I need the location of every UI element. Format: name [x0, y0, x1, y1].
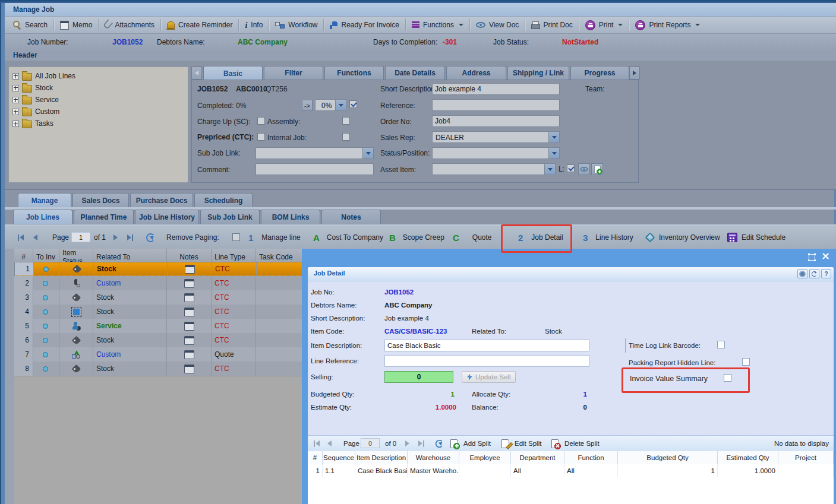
- split-first-page-button[interactable]: [314, 436, 320, 451]
- col-employee[interactable]: Employee: [459, 451, 511, 464]
- help-button[interactable]: ?: [821, 269, 831, 278]
- edit-schedule-button[interactable]: Edit Schedule: [727, 226, 785, 249]
- tab-sub-job-link[interactable]: Sub Job Link: [200, 210, 260, 224]
- order-no-input[interactable]: [432, 115, 560, 127]
- attachments-button[interactable]: Attachments: [100, 18, 159, 32]
- tab-bom-links[interactable]: BOM Links: [261, 210, 320, 224]
- tab-address[interactable]: Address: [446, 66, 506, 80]
- inventory-overview-button[interactable]: Inventory Overview: [646, 226, 720, 249]
- expand-plus-icon[interactable]: [12, 73, 19, 80]
- next-page-button[interactable]: [113, 226, 118, 249]
- search-button[interactable]: Search: [8, 18, 52, 32]
- split-next-page-button[interactable]: [405, 436, 409, 451]
- expand-plus-icon[interactable]: [12, 85, 19, 91]
- page-input[interactable]: [71, 232, 90, 242]
- chevron-down-icon[interactable]: [548, 132, 559, 142]
- col-function[interactable]: Function: [564, 451, 618, 464]
- tab-shipping-link[interactable]: Shipping / Link: [507, 66, 569, 80]
- notes-cell[interactable]: [167, 276, 212, 290]
- reference-input[interactable]: [432, 99, 560, 111]
- print-doc-button[interactable]: Print Doc: [526, 18, 577, 32]
- tab-scheduling[interactable]: Scheduling: [194, 193, 253, 207]
- to-inv-cell[interactable]: [33, 290, 59, 305]
- print-button[interactable]: Print: [581, 18, 628, 32]
- tab-scroll-left-button[interactable]: [191, 66, 202, 80]
- expand-plus-icon[interactable]: [12, 109, 19, 115]
- status-position-select[interactable]: [432, 147, 560, 159]
- notes-cell[interactable]: [167, 347, 212, 362]
- table-row[interactable]: 1 Stock CTC: [14, 262, 309, 276]
- tab-filter[interactable]: Filter: [264, 66, 323, 80]
- charge-up-checkbox[interactable]: [257, 117, 265, 125]
- table-row[interactable]: 4 Stock CTC: [14, 305, 309, 319]
- memo-button[interactable]: Memo: [55, 18, 97, 32]
- tab-job-lines[interactable]: Job Lines: [13, 210, 72, 224]
- item-description-input[interactable]: [384, 340, 589, 351]
- manage-line-button[interactable]: 1Manage line: [248, 226, 301, 249]
- tab-purchase-docs[interactable]: Purchase Docs: [130, 193, 193, 207]
- settings-button[interactable]: [797, 269, 807, 278]
- tab-notes[interactable]: Notes: [321, 210, 381, 224]
- update-sell-button[interactable]: Update Sell: [462, 371, 516, 383]
- line-reference-input[interactable]: [384, 355, 589, 367]
- tab-planned-time[interactable]: Planned Time: [74, 210, 134, 224]
- notes-cell[interactable]: [167, 362, 212, 376]
- tab-progress[interactable]: Progress: [570, 66, 629, 80]
- packing-report-hidden-line-checkbox[interactable]: [742, 358, 750, 366]
- to-inv-cell[interactable]: [33, 305, 59, 319]
- tree-item-custom[interactable]: Custom: [12, 106, 188, 118]
- ready-for-invoice-button[interactable]: Ready For Invoice: [325, 18, 403, 32]
- split-page-input[interactable]: [361, 438, 380, 448]
- percent-select[interactable]: 0%: [315, 99, 346, 111]
- split-refresh-button[interactable]: [435, 436, 444, 451]
- tab-manage[interactable]: Manage: [18, 193, 71, 207]
- last-page-button[interactable]: [127, 226, 133, 249]
- tab-scroll-right-button[interactable]: [629, 66, 640, 80]
- col-budgeted-qty[interactable]: Budgeted Qty: [618, 451, 718, 464]
- assembly-checkbox[interactable]: [342, 117, 350, 125]
- to-inv-cell[interactable]: [33, 319, 59, 333]
- notes-cell[interactable]: [167, 319, 212, 333]
- table-row[interactable]: 7 Custom Quote: [14, 347, 309, 362]
- delete-split-button[interactable]: Delete Split: [551, 436, 600, 451]
- short-description-input[interactable]: [432, 83, 560, 95]
- scope-creep-button[interactable]: BScope Creep: [389, 226, 444, 249]
- to-inv-cell[interactable]: [33, 333, 59, 347]
- tab-job-line-history[interactable]: Job Line History: [135, 210, 199, 224]
- percent-checkbox[interactable]: [349, 100, 357, 108]
- table-row[interactable]: 5 Service CTC: [14, 319, 309, 334]
- first-page-button[interactable]: [18, 226, 24, 249]
- fullscreen-icon[interactable]: [808, 253, 816, 261]
- refresh-button[interactable]: [809, 269, 819, 278]
- tab-sales-docs[interactable]: Sales Docs: [72, 193, 129, 207]
- prev-page-button[interactable]: [33, 226, 37, 249]
- tree-item-stock[interactable]: Stock: [12, 82, 188, 94]
- col-department[interactable]: Department: [511, 451, 564, 464]
- col-project[interactable]: Project: [778, 451, 834, 464]
- chevron-down-icon[interactable]: [544, 164, 555, 175]
- remove-paging-checkbox[interactable]: [232, 233, 240, 241]
- col-item-description[interactable]: Item Description: [355, 451, 408, 464]
- workflow-button[interactable]: Workflow: [270, 18, 322, 32]
- add-asset-doc-button[interactable]: [591, 163, 603, 175]
- tree-item-tasks[interactable]: Tasks: [12, 118, 188, 129]
- chevron-down-icon[interactable]: [548, 148, 559, 159]
- to-inv-cell[interactable]: [33, 347, 59, 362]
- quote-button[interactable]: CQuote: [453, 226, 492, 249]
- internal-job-checkbox[interactable]: [342, 133, 350, 141]
- chevron-down-icon[interactable]: [335, 100, 346, 110]
- expand-plus-icon[interactable]: [12, 121, 19, 127]
- line-history-button[interactable]: 3Line History: [583, 226, 633, 249]
- functions-button[interactable]: Functions: [407, 18, 468, 32]
- tree-item-all-job-lines[interactable]: All Job Lines: [12, 70, 188, 82]
- expand-plus-icon[interactable]: [12, 97, 19, 103]
- notes-cell[interactable]: [167, 290, 212, 305]
- col-num[interactable]: #: [308, 451, 323, 464]
- col-warehouse[interactable]: Warehouse: [408, 451, 459, 464]
- tab-date-details[interactable]: Date Details: [385, 66, 445, 80]
- l-checkbox[interactable]: [567, 164, 575, 172]
- comment-input[interactable]: [255, 163, 374, 175]
- edit-split-button[interactable]: Edit Split: [501, 436, 541, 451]
- prepriced-checkbox[interactable]: [257, 133, 265, 141]
- tab-basic[interactable]: Basic: [203, 66, 263, 80]
